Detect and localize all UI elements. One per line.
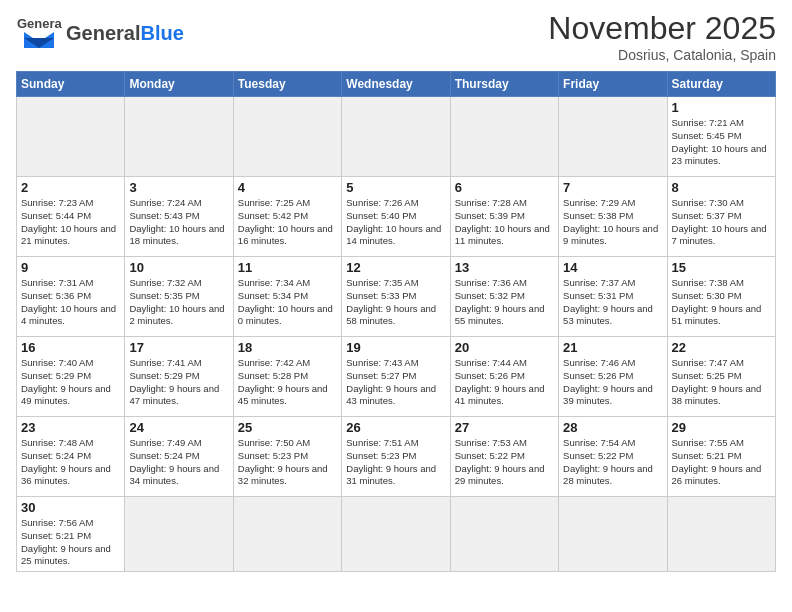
calendar-cell: 2Sunrise: 7:23 AM Sunset: 5:44 PM Daylig… (17, 177, 125, 257)
calendar-cell (233, 97, 341, 177)
calendar-cell: 19Sunrise: 7:43 AM Sunset: 5:27 PM Dayli… (342, 337, 450, 417)
calendar-cell (450, 497, 558, 572)
calendar-cell (450, 97, 558, 177)
calendar-cell: 27Sunrise: 7:53 AM Sunset: 5:22 PM Dayli… (450, 417, 558, 497)
day-number: 16 (21, 340, 120, 355)
calendar-cell: 12Sunrise: 7:35 AM Sunset: 5:33 PM Dayli… (342, 257, 450, 337)
calendar-cell (125, 97, 233, 177)
day-number: 4 (238, 180, 337, 195)
day-info: Sunrise: 7:40 AM Sunset: 5:29 PM Dayligh… (21, 357, 120, 408)
calendar-week-0: 1Sunrise: 7:21 AM Sunset: 5:45 PM Daylig… (17, 97, 776, 177)
day-number: 2 (21, 180, 120, 195)
day-info: Sunrise: 7:44 AM Sunset: 5:26 PM Dayligh… (455, 357, 554, 408)
weekday-header-tuesday: Tuesday (233, 72, 341, 97)
calendar-cell: 13Sunrise: 7:36 AM Sunset: 5:32 PM Dayli… (450, 257, 558, 337)
day-info: Sunrise: 7:34 AM Sunset: 5:34 PM Dayligh… (238, 277, 337, 328)
day-number: 1 (672, 100, 771, 115)
weekday-header-wednesday: Wednesday (342, 72, 450, 97)
calendar-cell: 18Sunrise: 7:42 AM Sunset: 5:28 PM Dayli… (233, 337, 341, 417)
day-number: 5 (346, 180, 445, 195)
day-info: Sunrise: 7:51 AM Sunset: 5:23 PM Dayligh… (346, 437, 445, 488)
calendar-cell: 24Sunrise: 7:49 AM Sunset: 5:24 PM Dayli… (125, 417, 233, 497)
day-info: Sunrise: 7:36 AM Sunset: 5:32 PM Dayligh… (455, 277, 554, 328)
day-number: 13 (455, 260, 554, 275)
day-info: Sunrise: 7:46 AM Sunset: 5:26 PM Dayligh… (563, 357, 662, 408)
calendar-cell: 21Sunrise: 7:46 AM Sunset: 5:26 PM Dayli… (559, 337, 667, 417)
day-number: 24 (129, 420, 228, 435)
calendar-cell (559, 97, 667, 177)
day-info: Sunrise: 7:37 AM Sunset: 5:31 PM Dayligh… (563, 277, 662, 328)
day-number: 11 (238, 260, 337, 275)
day-info: Sunrise: 7:41 AM Sunset: 5:29 PM Dayligh… (129, 357, 228, 408)
calendar-cell: 9Sunrise: 7:31 AM Sunset: 5:36 PM Daylig… (17, 257, 125, 337)
day-number: 6 (455, 180, 554, 195)
page: General GeneralBlue November 2025 Dosriu… (0, 0, 792, 582)
calendar-header: SundayMondayTuesdayWednesdayThursdayFrid… (17, 72, 776, 97)
calendar-cell (342, 97, 450, 177)
calendar-cell (125, 497, 233, 572)
day-info: Sunrise: 7:28 AM Sunset: 5:39 PM Dayligh… (455, 197, 554, 248)
calendar-cell: 7Sunrise: 7:29 AM Sunset: 5:38 PM Daylig… (559, 177, 667, 257)
day-number: 8 (672, 180, 771, 195)
weekday-row: SundayMondayTuesdayWednesdayThursdayFrid… (17, 72, 776, 97)
calendar-cell: 3Sunrise: 7:24 AM Sunset: 5:43 PM Daylig… (125, 177, 233, 257)
day-info: Sunrise: 7:56 AM Sunset: 5:21 PM Dayligh… (21, 517, 120, 568)
calendar-cell (667, 497, 775, 572)
logo-general: General (66, 22, 140, 44)
day-number: 22 (672, 340, 771, 355)
day-info: Sunrise: 7:31 AM Sunset: 5:36 PM Dayligh… (21, 277, 120, 328)
calendar-cell: 17Sunrise: 7:41 AM Sunset: 5:29 PM Dayli… (125, 337, 233, 417)
calendar-week-1: 2Sunrise: 7:23 AM Sunset: 5:44 PM Daylig… (17, 177, 776, 257)
weekday-header-sunday: Sunday (17, 72, 125, 97)
day-number: 23 (21, 420, 120, 435)
day-info: Sunrise: 7:26 AM Sunset: 5:40 PM Dayligh… (346, 197, 445, 248)
day-info: Sunrise: 7:54 AM Sunset: 5:22 PM Dayligh… (563, 437, 662, 488)
day-number: 28 (563, 420, 662, 435)
day-number: 30 (21, 500, 120, 515)
day-number: 14 (563, 260, 662, 275)
calendar-cell: 10Sunrise: 7:32 AM Sunset: 5:35 PM Dayli… (125, 257, 233, 337)
day-number: 10 (129, 260, 228, 275)
day-info: Sunrise: 7:35 AM Sunset: 5:33 PM Dayligh… (346, 277, 445, 328)
calendar-cell: 1Sunrise: 7:21 AM Sunset: 5:45 PM Daylig… (667, 97, 775, 177)
calendar-cell: 26Sunrise: 7:51 AM Sunset: 5:23 PM Dayli… (342, 417, 450, 497)
day-info: Sunrise: 7:30 AM Sunset: 5:37 PM Dayligh… (672, 197, 771, 248)
calendar-cell: 8Sunrise: 7:30 AM Sunset: 5:37 PM Daylig… (667, 177, 775, 257)
weekday-header-saturday: Saturday (667, 72, 775, 97)
weekday-header-thursday: Thursday (450, 72, 558, 97)
day-number: 15 (672, 260, 771, 275)
day-info: Sunrise: 7:38 AM Sunset: 5:30 PM Dayligh… (672, 277, 771, 328)
day-info: Sunrise: 7:53 AM Sunset: 5:22 PM Dayligh… (455, 437, 554, 488)
day-info: Sunrise: 7:50 AM Sunset: 5:23 PM Dayligh… (238, 437, 337, 488)
calendar-body: 1Sunrise: 7:21 AM Sunset: 5:45 PM Daylig… (17, 97, 776, 572)
calendar-cell: 30Sunrise: 7:56 AM Sunset: 5:21 PM Dayli… (17, 497, 125, 572)
calendar-cell: 14Sunrise: 7:37 AM Sunset: 5:31 PM Dayli… (559, 257, 667, 337)
day-number: 17 (129, 340, 228, 355)
calendar-cell: 25Sunrise: 7:50 AM Sunset: 5:23 PM Dayli… (233, 417, 341, 497)
calendar-cell (17, 97, 125, 177)
day-info: Sunrise: 7:43 AM Sunset: 5:27 PM Dayligh… (346, 357, 445, 408)
calendar-cell (559, 497, 667, 572)
calendar-cell (233, 497, 341, 572)
calendar-cell: 5Sunrise: 7:26 AM Sunset: 5:40 PM Daylig… (342, 177, 450, 257)
day-number: 27 (455, 420, 554, 435)
calendar: SundayMondayTuesdayWednesdayThursdayFrid… (16, 71, 776, 572)
day-info: Sunrise: 7:29 AM Sunset: 5:38 PM Dayligh… (563, 197, 662, 248)
day-number: 20 (455, 340, 554, 355)
day-info: Sunrise: 7:25 AM Sunset: 5:42 PM Dayligh… (238, 197, 337, 248)
header: General GeneralBlue November 2025 Dosriu… (16, 10, 776, 63)
day-number: 12 (346, 260, 445, 275)
day-number: 3 (129, 180, 228, 195)
location: Dosrius, Catalonia, Spain (548, 47, 776, 63)
title-block: November 2025 Dosrius, Catalonia, Spain (548, 10, 776, 63)
weekday-header-friday: Friday (559, 72, 667, 97)
calendar-cell: 23Sunrise: 7:48 AM Sunset: 5:24 PM Dayli… (17, 417, 125, 497)
day-info: Sunrise: 7:21 AM Sunset: 5:45 PM Dayligh… (672, 117, 771, 168)
logo-svg: General (16, 10, 62, 56)
calendar-week-5: 30Sunrise: 7:56 AM Sunset: 5:21 PM Dayli… (17, 497, 776, 572)
calendar-week-3: 16Sunrise: 7:40 AM Sunset: 5:29 PM Dayli… (17, 337, 776, 417)
calendar-cell: 20Sunrise: 7:44 AM Sunset: 5:26 PM Dayli… (450, 337, 558, 417)
day-number: 25 (238, 420, 337, 435)
calendar-cell: 16Sunrise: 7:40 AM Sunset: 5:29 PM Dayli… (17, 337, 125, 417)
day-info: Sunrise: 7:48 AM Sunset: 5:24 PM Dayligh… (21, 437, 120, 488)
